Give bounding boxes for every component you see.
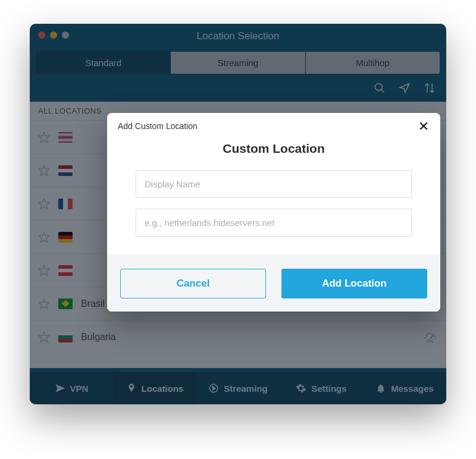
cancel-button[interactable]: Cancel xyxy=(120,269,266,298)
server-input[interactable] xyxy=(136,209,412,237)
add-location-button[interactable]: Add Location xyxy=(281,269,427,298)
app-window: Location Selection Standard Streaming Mu… xyxy=(30,24,446,404)
add-location-modal: Add Custom Location Custom Location Canc… xyxy=(107,113,440,312)
display-name-input[interactable] xyxy=(136,170,412,198)
modal-title: Custom Location xyxy=(107,142,440,156)
close-icon[interactable] xyxy=(418,120,430,132)
modal-subtitle: Add Custom Location xyxy=(118,121,198,131)
